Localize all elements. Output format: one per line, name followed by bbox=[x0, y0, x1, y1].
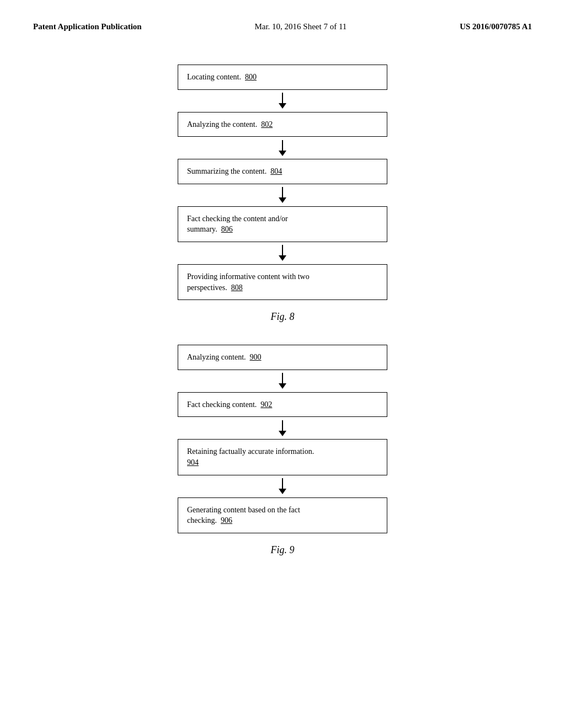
flow-box-806: Fact checking the content and/orsummary.… bbox=[178, 206, 387, 242]
step-label-800: 800 bbox=[245, 73, 257, 81]
figures-container: Locating content. 800 Analyzing the cont… bbox=[33, 65, 532, 578]
flow-box-800-text: Locating content. 800 bbox=[187, 73, 257, 81]
flow-box-904-text: Retaining factually accurate information… bbox=[187, 447, 314, 467]
step-label-906: 906 bbox=[221, 516, 232, 524]
figure-9-flowchart: Analyzing content. 900 Fact checking con… bbox=[167, 345, 398, 533]
step-label-808: 808 bbox=[231, 283, 243, 292]
figure-8-flowchart: Locating content. 800 Analyzing the cont… bbox=[167, 65, 398, 300]
step-label-900: 900 bbox=[250, 353, 262, 361]
arrow-804-806 bbox=[279, 184, 286, 206]
flow-box-902-text: Fact checking content. 902 bbox=[187, 400, 272, 409]
arrow-900-902 bbox=[279, 370, 286, 392]
step-label-902: 902 bbox=[260, 400, 272, 409]
flow-box-802-text: Analyzing the content. 802 bbox=[187, 120, 273, 129]
flow-box-900: Analyzing content. 900 bbox=[178, 345, 387, 370]
step-label-804: 804 bbox=[270, 167, 282, 175]
flow-box-906-text: Generating content based on the factchec… bbox=[187, 506, 300, 525]
flow-box-804: Summarizing the content. 804 bbox=[178, 159, 387, 184]
flow-box-906: Generating content based on the factchec… bbox=[178, 497, 387, 533]
header-left: Patent Application Publication bbox=[33, 22, 142, 31]
arrow-802-804 bbox=[279, 137, 286, 159]
flow-box-808-text: Providing informative content with twope… bbox=[187, 272, 310, 292]
flow-box-808: Providing informative content with twope… bbox=[178, 264, 387, 300]
figure-9-caption: Fig. 9 bbox=[271, 544, 295, 556]
flow-box-902: Fact checking content. 902 bbox=[178, 392, 387, 417]
flow-box-806-text: Fact checking the content and/orsummary.… bbox=[187, 215, 288, 234]
flow-box-804-text: Summarizing the content. 804 bbox=[187, 167, 282, 175]
figure-9-section: Analyzing content. 900 Fact checking con… bbox=[33, 345, 532, 556]
arrow-902-904 bbox=[279, 417, 286, 439]
step-label-806: 806 bbox=[221, 225, 233, 233]
step-label-904: 904 bbox=[187, 458, 199, 467]
flow-box-802: Analyzing the content. 802 bbox=[178, 112, 387, 137]
figure-8-caption: Fig. 8 bbox=[271, 311, 295, 323]
step-label-802: 802 bbox=[261, 120, 273, 129]
figure-8-section: Locating content. 800 Analyzing the cont… bbox=[33, 65, 532, 323]
flow-box-900-text: Analyzing content. 900 bbox=[187, 353, 262, 361]
page-header: Patent Application Publication Mar. 10, … bbox=[33, 22, 532, 31]
page: Patent Application Publication Mar. 10, … bbox=[0, 0, 565, 728]
arrow-904-906 bbox=[279, 475, 286, 497]
flow-box-904: Retaining factually accurate information… bbox=[178, 439, 387, 475]
arrow-806-808 bbox=[279, 242, 286, 264]
arrow-800-802 bbox=[279, 90, 286, 112]
header-center: Mar. 10, 2016 Sheet 7 of 11 bbox=[254, 22, 347, 31]
flow-box-800: Locating content. 800 bbox=[178, 65, 387, 90]
header-right: US 2016/0070785 A1 bbox=[460, 22, 532, 31]
